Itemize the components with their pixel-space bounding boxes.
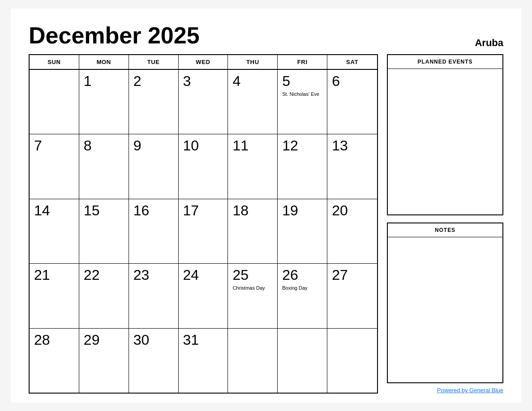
main-content: SUNMONTUEWEDTHUFRISAT 12345St. Nicholas'… bbox=[29, 54, 503, 394]
cell-day-number: 16 bbox=[133, 203, 150, 218]
cell-day-number: 9 bbox=[133, 138, 142, 154]
cell-day-number: 12 bbox=[282, 138, 298, 154]
calendar-cell bbox=[327, 329, 377, 393]
cell-day-number: 28 bbox=[34, 332, 50, 348]
calendar-cell bbox=[278, 329, 327, 393]
cell-day-number: 29 bbox=[84, 332, 100, 348]
calendar-cell: 3 bbox=[179, 70, 228, 134]
calendar-cell: 6 bbox=[327, 70, 377, 134]
country-label: Aruba bbox=[475, 37, 503, 49]
notes-body bbox=[388, 237, 502, 383]
powered-by[interactable]: Powered by General Blue bbox=[387, 387, 503, 394]
calendar-row: 12345St. Nicholas' Eve6 bbox=[30, 70, 377, 134]
calendar-cell: 22 bbox=[79, 264, 129, 328]
cell-day-number: 5 bbox=[282, 73, 290, 89]
calendar-cell: 30 bbox=[129, 329, 179, 393]
cell-day-number: 10 bbox=[183, 138, 199, 154]
cell-day-number: 25 bbox=[232, 267, 249, 283]
cell-day-number: 23 bbox=[133, 267, 150, 283]
cell-day-number: 31 bbox=[183, 332, 199, 348]
cell-day-number: 2 bbox=[133, 73, 142, 89]
cell-day-number: 24 bbox=[183, 267, 199, 283]
calendar-cell: 15 bbox=[79, 199, 129, 263]
day-header: TUE bbox=[129, 55, 179, 69]
page-title: December 2025 bbox=[29, 22, 200, 49]
calendar-row: 78910111213 bbox=[30, 134, 377, 199]
calendar-cell: 18 bbox=[228, 199, 278, 263]
calendar-cell: 29 bbox=[79, 329, 129, 393]
cell-day-number: 14 bbox=[34, 203, 50, 218]
notes-box: NOTES bbox=[387, 223, 503, 384]
cell-day-number: 11 bbox=[232, 138, 249, 154]
cell-day-number: 30 bbox=[133, 332, 150, 348]
cell-day-number: 1 bbox=[84, 73, 92, 89]
cell-day-number: 3 bbox=[183, 73, 191, 89]
calendar-grid: 12345St. Nicholas' Eve678910111213141516… bbox=[30, 70, 377, 393]
planned-events-box: PLANNED EVENTS bbox=[387, 54, 503, 215]
calendar-cell: 5St. Nicholas' Eve bbox=[278, 70, 327, 134]
calendar-cell: 28 bbox=[30, 329, 79, 393]
sidebar: PLANNED EVENTS NOTES Powered by General … bbox=[387, 54, 503, 394]
cell-day-number: 19 bbox=[282, 203, 298, 218]
cell-day-number: 21 bbox=[34, 267, 50, 283]
calendar-cell: 1 bbox=[79, 70, 129, 134]
powered-by-link[interactable]: Powered by General Blue bbox=[437, 387, 503, 394]
calendar-cell: 9 bbox=[129, 134, 179, 198]
calendar-cell: 2 bbox=[129, 70, 179, 134]
cell-day-number: 26 bbox=[282, 267, 298, 283]
calendar-cell: 19 bbox=[278, 199, 327, 263]
calendar-cell bbox=[30, 70, 79, 134]
cell-day-number: 15 bbox=[84, 203, 100, 218]
calendar-cell: 16 bbox=[129, 199, 179, 263]
calendar-cell: 23 bbox=[129, 264, 179, 328]
calendar-cell: 7 bbox=[30, 134, 79, 198]
calendar-section: SUNMONTUEWEDTHUFRISAT 12345St. Nicholas'… bbox=[29, 54, 378, 394]
calendar-row: 28293031 bbox=[30, 329, 377, 393]
planned-events-header: PLANNED EVENTS bbox=[388, 55, 502, 69]
cell-day-number: 6 bbox=[332, 73, 340, 89]
cell-day-number: 18 bbox=[232, 203, 249, 218]
cell-event-label: Christmas Day bbox=[232, 285, 265, 291]
calendar-cell: 4 bbox=[228, 70, 278, 134]
cell-day-number: 17 bbox=[183, 203, 199, 218]
calendar-cell: 17 bbox=[179, 199, 228, 263]
calendar-cell: 21 bbox=[30, 264, 79, 328]
calendar-cell: 11 bbox=[228, 134, 278, 198]
calendar-cell: 27 bbox=[327, 264, 377, 328]
calendar-row: 2122232425Christmas Day26Boxing Day27 bbox=[30, 264, 377, 328]
day-header: SAT bbox=[327, 55, 377, 69]
day-header: MON bbox=[79, 55, 129, 69]
day-header: THU bbox=[228, 55, 278, 69]
calendar-cell: 10 bbox=[179, 134, 228, 198]
calendar-cell: 12 bbox=[278, 134, 327, 198]
cell-event-label: St. Nicholas' Eve bbox=[282, 91, 319, 97]
calendar-cell: 25Christmas Day bbox=[228, 264, 278, 328]
cell-day-number: 8 bbox=[84, 138, 92, 154]
calendar-cell: 26Boxing Day bbox=[278, 264, 327, 328]
day-header: FRI bbox=[278, 55, 327, 69]
cell-day-number: 13 bbox=[332, 138, 348, 154]
cell-day-number: 22 bbox=[84, 267, 100, 283]
cell-day-number: 7 bbox=[34, 138, 42, 154]
cell-day-number: 4 bbox=[232, 73, 240, 89]
planned-events-body bbox=[388, 69, 502, 214]
page-header: December 2025 Aruba bbox=[29, 22, 503, 49]
calendar-cell: 8 bbox=[79, 134, 129, 198]
cell-day-number: 27 bbox=[332, 267, 348, 283]
calendar-cell: 13 bbox=[327, 134, 377, 198]
calendar-row: 14151617181920 bbox=[30, 199, 377, 264]
calendar-cell: 24 bbox=[179, 264, 228, 328]
calendar-cell: 20 bbox=[327, 199, 377, 263]
cell-event-label: Boxing Day bbox=[282, 285, 307, 291]
day-headers-row: SUNMONTUEWEDTHUFRISAT bbox=[30, 55, 377, 70]
day-header: SUN bbox=[30, 55, 79, 69]
day-header: WED bbox=[179, 55, 228, 69]
calendar-cell bbox=[228, 329, 278, 393]
calendar-cell: 31 bbox=[179, 329, 228, 393]
cell-day-number: 20 bbox=[332, 203, 348, 218]
notes-header: NOTES bbox=[388, 223, 502, 237]
calendar-page: December 2025 Aruba SUNMONTUEWEDTHUFRISA… bbox=[11, 9, 521, 402]
calendar-cell: 14 bbox=[30, 199, 79, 263]
